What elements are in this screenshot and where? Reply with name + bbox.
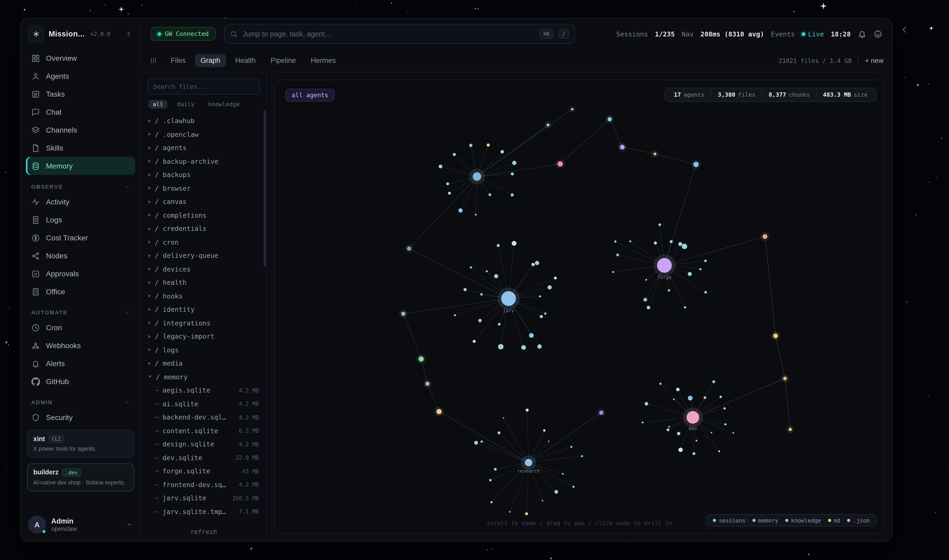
- tab-hermes[interactable]: Hermes: [305, 54, 341, 67]
- file-row[interactable]: ~frontend-dev.sq…4.2 MB: [141, 478, 266, 491]
- folder-row[interactable]: / media: [141, 357, 266, 370]
- layout-columns-icon[interactable]: [149, 57, 157, 65]
- sidebar-item-skills[interactable]: Skills: [26, 139, 135, 157]
- graph-node[interactable]: [654, 153, 656, 155]
- tree-scrollbar[interactable]: [264, 111, 266, 266]
- graph-node[interactable]: [599, 411, 603, 415]
- graph-node[interactable]: [547, 124, 549, 126]
- graph-node[interactable]: [783, 377, 787, 380]
- graph-node[interactable]: [763, 234, 768, 239]
- sidebar-item-webhooks[interactable]: Webhooks: [26, 337, 135, 354]
- sidebar-item-github[interactable]: GitHub: [26, 372, 135, 391]
- graph-panel[interactable]: jarvforgedevresearch all agents 17agents…: [274, 80, 884, 534]
- file-row[interactable]: ~jarv.sqlite.tmp…7.1 MB: [141, 505, 266, 518]
- graph-node[interactable]: [773, 334, 778, 338]
- folder-row[interactable]: / agents: [141, 141, 266, 155]
- folder-row[interactable]: / logs: [141, 343, 266, 357]
- tab-graph[interactable]: Graph: [195, 54, 226, 67]
- file-row[interactable]: ~aegis.sqlite4.2 MB: [141, 383, 266, 397]
- tab-health[interactable]: Health: [229, 54, 261, 67]
- file-row[interactable]: ~jarv.sqlite350.5 MB: [141, 491, 266, 505]
- sidebar-collapse-icon[interactable]: [125, 29, 133, 38]
- graph-node[interactable]: [694, 162, 699, 167]
- graph-node[interactable]: [571, 108, 573, 111]
- promo-card-builderz[interactable]: builderz.devAI-native dev shop · Solana …: [27, 463, 134, 491]
- user-profile[interactable]: A Admin openclaw: [21, 510, 140, 536]
- promo-card-xint[interactable]: xintCLIX power tools for agents.: [27, 429, 134, 458]
- sidebar-item-activity[interactable]: Activity: [26, 193, 135, 211]
- global-search[interactable]: ⌘K /: [224, 24, 575, 44]
- knowledge-graph[interactable]: jarvforgedevresearch: [275, 80, 884, 533]
- file-row[interactable]: ~backend-dev.sql…4.2 MB: [141, 411, 266, 424]
- sidebar-item-memory[interactable]: Memory: [26, 157, 135, 175]
- folder-row[interactable]: / cron: [141, 235, 266, 249]
- sidebar-item-nodes[interactable]: Nodes: [26, 247, 135, 265]
- folder-row[interactable]: / backups: [141, 168, 266, 182]
- file-search-input[interactable]: [153, 83, 254, 90]
- tab-pipeline[interactable]: Pipeline: [265, 54, 302, 67]
- sidebar-item-agents[interactable]: Agents: [26, 67, 135, 85]
- graph-node[interactable]: [789, 428, 792, 431]
- filter-chip-all[interactable]: all: [148, 100, 168, 109]
- folder-row[interactable]: / .openclaw: [141, 128, 266, 141]
- file-row[interactable]: ~dev.sqlite22.9 MB: [141, 451, 266, 465]
- folder-row[interactable]: / legacy-import: [141, 330, 266, 343]
- graph-node[interactable]: [425, 382, 429, 386]
- graph-node[interactable]: [407, 246, 411, 251]
- graph-node[interactable]: [437, 409, 442, 414]
- folder-row[interactable]: / completions: [141, 208, 266, 222]
- sidebar-item-tasks[interactable]: Tasks: [26, 85, 135, 103]
- graph-node-research[interactable]: [525, 459, 532, 466]
- new-file-button[interactable]: + new: [865, 57, 883, 65]
- global-search-input[interactable]: [243, 30, 535, 38]
- filter-chip-daily[interactable]: daily: [173, 100, 199, 109]
- live-indicator[interactable]: Live: [802, 30, 824, 38]
- folder-row[interactable]: / credentials: [141, 222, 266, 235]
- feedback-smiley-icon[interactable]: [874, 29, 883, 38]
- sidebar-item-cost-tracker[interactable]: Cost Tracker: [26, 229, 135, 247]
- sidebar-item-overview[interactable]: Overview: [26, 49, 135, 67]
- folder-row[interactable]: / health: [141, 276, 266, 289]
- graph-node[interactable]: [608, 117, 612, 121]
- file-row[interactable]: ~content.sqlite6.3 MB: [141, 424, 266, 437]
- filter-chip-knowledge[interactable]: knowledge: [204, 100, 244, 109]
- file-search[interactable]: [148, 79, 260, 95]
- folder-row[interactable]: / backup-archive: [141, 155, 266, 168]
- folder-row[interactable]: / .clawhub: [141, 114, 266, 128]
- notifications-bell-icon[interactable]: [858, 29, 867, 38]
- graph-node-hubA[interactable]: [473, 172, 481, 181]
- folder-row-expanded[interactable]: / memory: [141, 370, 266, 383]
- agents-filter-chip[interactable]: all agents: [285, 89, 335, 102]
- section-header-observe[interactable]: OBSERVE: [31, 183, 130, 190]
- folder-row[interactable]: / browser: [141, 182, 266, 195]
- graph-node-forge[interactable]: [657, 258, 672, 273]
- file-row[interactable]: ~forge.sqlite43 MB: [141, 465, 266, 478]
- graph-node[interactable]: [401, 312, 405, 316]
- file-row[interactable]: ~design.sqlite4.2 MB: [141, 437, 266, 451]
- section-header-automate[interactable]: AUTOMATE: [31, 309, 130, 315]
- folder-row[interactable]: / hooks: [141, 289, 266, 303]
- section-header-admin[interactable]: ADMIN: [31, 399, 130, 405]
- sidebar-item-channels[interactable]: Channels: [26, 121, 135, 139]
- sidebar-item-approvals[interactable]: Approvals: [26, 265, 135, 283]
- tab-files[interactable]: Files: [165, 54, 192, 67]
- sidebar-item-logs[interactable]: Logs: [26, 211, 135, 229]
- sidebar-item-office[interactable]: Office: [26, 283, 135, 301]
- graph-node[interactable]: [418, 356, 424, 362]
- sidebar-item-alerts[interactable]: Alerts: [26, 354, 135, 372]
- sidebar-item-cron[interactable]: Cron: [26, 318, 135, 337]
- sidebar-item-security[interactable]: Security: [26, 408, 135, 426]
- refresh-button[interactable]: refresh: [141, 523, 266, 541]
- right-panel-toggle[interactable]: [899, 24, 910, 35]
- folder-row[interactable]: / delivery-queue: [141, 249, 266, 262]
- gateway-status-badge[interactable]: GW Connected: [151, 27, 215, 41]
- folder-row[interactable]: / integrations: [141, 316, 266, 330]
- graph-node[interactable]: [620, 145, 624, 149]
- folder-row[interactable]: / identity: [141, 303, 266, 316]
- graph-node[interactable]: [557, 162, 563, 167]
- folder-row[interactable]: / devices: [141, 262, 266, 276]
- graph-node-dev[interactable]: [687, 411, 699, 424]
- graph-node-jarv[interactable]: [501, 291, 516, 306]
- folder-row[interactable]: / canvas: [141, 195, 266, 208]
- file-row[interactable]: ~ai.sqlite4.2 MB: [141, 397, 266, 411]
